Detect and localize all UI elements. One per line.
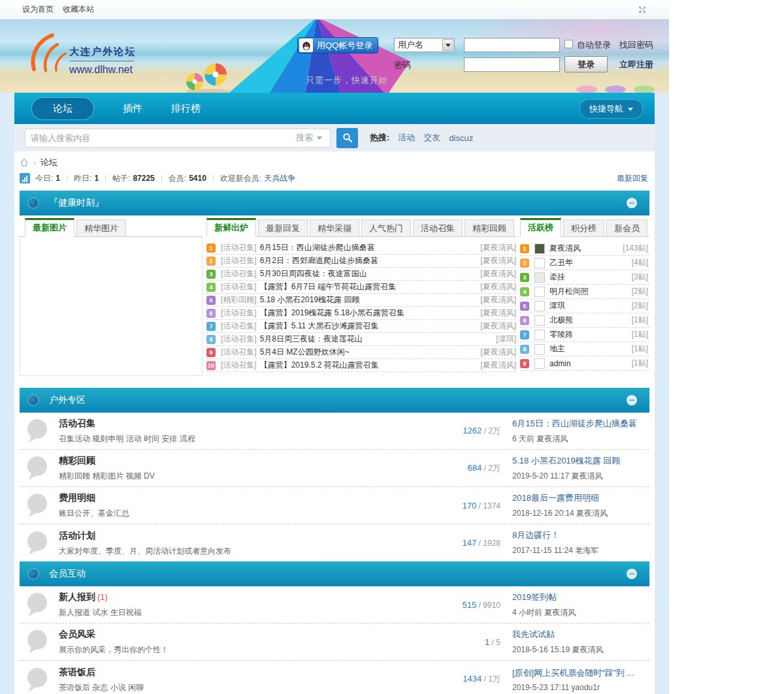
thread-author-link[interactable]: [夏夜清风] [480, 347, 516, 358]
thread-tag[interactable]: [活动召集] [221, 308, 257, 319]
register-link[interactable]: 立即注册 [619, 59, 653, 71]
hot-search-link-3[interactable]: discuz [449, 133, 473, 143]
forum-title-link[interactable]: 会员风采 [59, 629, 95, 639]
image-slideshow-area[interactable] [20, 237, 203, 376]
last-post-user-link[interactable]: yaodu1r [572, 683, 600, 692]
thread-tag[interactable]: [活动召集] [221, 321, 257, 332]
thread-title-link[interactable]: 5月8日周三夜徒：夜途莲花山 [260, 334, 493, 345]
last-post-title-link[interactable]: 我先试试贴 [512, 629, 649, 640]
set-home-link[interactable]: 设为首页 [22, 4, 54, 15]
login-button[interactable]: 登录 [564, 56, 608, 72]
last-post-user-link[interactable]: 夏夜清风 [572, 645, 603, 654]
user-name-link[interactable]: 潀琪 [549, 300, 632, 311]
thread-tag[interactable]: [活动召集] [221, 255, 257, 266]
tab-active-members[interactable]: 活跃榜 [520, 218, 561, 237]
tab-featured[interactable]: 精华采撷 [310, 219, 359, 236]
last-post-user-link[interactable]: 夏夜清风 [536, 434, 568, 443]
collapse-section-button[interactable] [627, 198, 637, 208]
avatar[interactable] [534, 358, 545, 369]
thread-title-link[interactable]: 5.18 小黑石2019槐花露 回顾 [260, 294, 477, 306]
auto-login-label[interactable]: 自动登录 [577, 39, 611, 51]
tab-fresh[interactable]: 新鲜出炉 [206, 218, 256, 237]
thread-count-link[interactable]: 515 [463, 600, 477, 610]
last-post-user-link[interactable]: 夏夜清风 [544, 608, 576, 617]
user-name-link[interactable]: 乙丑年 [549, 257, 632, 268]
search-input[interactable] [25, 133, 288, 143]
user-name-link[interactable]: 明月松间照 [549, 286, 632, 297]
thread-tag[interactable]: [活动召集] [221, 334, 257, 345]
forum-title-link[interactable]: 活动召集 [59, 418, 95, 428]
thread-tag[interactable]: [活动召集] [221, 347, 257, 358]
nav-tab-forum[interactable]: 论坛 [31, 97, 94, 120]
thread-tag[interactable]: [精彩回顾] [221, 294, 257, 306]
tab-new-members[interactable]: 新会员 [606, 219, 647, 236]
thread-author-link[interactable]: [夏夜清风] [480, 255, 516, 266]
thread-author-link[interactable]: [夏夜清风] [480, 281, 516, 292]
breadcrumb-forum-link[interactable]: 论坛 [41, 157, 57, 168]
thread-title-link[interactable]: 【露营】2019.5.2 荷花山露营召集 [260, 360, 477, 371]
thread-tag[interactable]: [活动召集] [221, 360, 257, 371]
thread-title-link[interactable]: 5月4日 MZ公园野炊休闲~ [260, 347, 477, 358]
thread-title-link[interactable]: 5月30日周四夜徒：夜途富国山 [260, 268, 477, 279]
thread-title-link[interactable]: 6月15日：西山湖徒步爬山摘桑葚 [260, 242, 477, 253]
thread-author-link[interactable]: [夏夜清风] [480, 321, 516, 332]
thread-author-link[interactable]: [夏夜清风] [480, 360, 516, 371]
login-type-select[interactable]: 用户名 [394, 38, 455, 52]
last-post-title-link[interactable]: 2018最后一露费用明细 [512, 492, 649, 504]
nav-tab-plugins[interactable]: 插件 [123, 103, 142, 115]
qq-login-button[interactable]: 用QQ帐号登录 [297, 37, 378, 54]
latest-reply-link[interactable]: 最新回复 [617, 173, 648, 184]
forum-title-link[interactable]: 精彩回顾 [59, 455, 95, 465]
last-post-user-link[interactable]: 老海军 [575, 546, 598, 555]
last-post-title-link[interactable]: 8月边疆行！ [512, 529, 649, 541]
thread-count-link[interactable]: 1262 [463, 426, 482, 435]
forum-title-link[interactable]: 活动计划 [59, 530, 95, 541]
last-post-title-link[interactable]: 2019签到帖 [512, 591, 649, 603]
avatar[interactable] [534, 344, 545, 355]
thread-author-link[interactable]: [潀琪] [496, 334, 516, 345]
thread-title-link[interactable]: 6月2日：西郊廊道爬山徒步摘桑葚 [260, 255, 477, 266]
last-post-title-link[interactable]: 6月15日：西山湖徒步爬山摘桑葚 [512, 418, 649, 430]
nav-tab-ranking[interactable]: 排行榜 [171, 103, 201, 115]
tab-featured-images[interactable]: 精华图片 [76, 219, 126, 236]
thread-author-link[interactable]: [夏夜清风] [480, 268, 516, 279]
thread-title-link[interactable]: 【露营】2019槐花露 5.18小黑石露营召集 [260, 308, 477, 319]
last-post-title-link[interactable]: 5.18 小黑石2019槐花露 回顾 [512, 455, 649, 467]
thread-author-link[interactable]: [夏夜清风] [480, 242, 516, 253]
hot-search-link-1[interactable]: 活动 [398, 132, 415, 144]
tab-points[interactable]: 积分榜 [563, 219, 604, 236]
hot-search-link-2[interactable]: 交友 [423, 132, 440, 144]
thread-count-link[interactable]: 1434 [463, 674, 482, 684]
avatar[interactable] [534, 244, 545, 254]
thread-count-link[interactable]: 170 [463, 501, 477, 511]
thread-tag[interactable]: [活动召集] [221, 242, 257, 253]
tab-latest-images[interactable]: 最新图片 [25, 218, 74, 237]
tab-activity[interactable]: 活动召集 [413, 219, 463, 236]
thread-author-link[interactable]: [夏夜清风] [480, 308, 516, 319]
thread-tag[interactable]: [活动召集] [221, 281, 257, 292]
thread-title-link[interactable]: 【露营】5.11 大黑石沙滩露营召集 [260, 321, 477, 332]
tab-review[interactable]: 精彩回顾 [465, 219, 514, 236]
home-icon[interactable] [20, 158, 29, 167]
thread-tag[interactable]: [活动召集] [221, 268, 257, 279]
user-name-link[interactable]: 北极熊 [549, 315, 632, 326]
expand-icon[interactable] [638, 5, 647, 14]
forum-title-link[interactable]: 费用明细 [59, 492, 95, 503]
avatar[interactable] [534, 330, 545, 340]
password-input[interactable] [464, 57, 560, 72]
avatar[interactable] [534, 315, 545, 326]
tab-popular[interactable]: 人气热门 [361, 219, 411, 236]
quick-nav-button[interactable]: 快捷导航 [580, 99, 643, 119]
auto-login-checkbox[interactable] [564, 40, 573, 48]
user-name-link[interactable]: admin [549, 359, 632, 368]
user-name-link[interactable]: 牵挂 [549, 272, 632, 283]
avatar[interactable] [534, 272, 545, 283]
search-button[interactable] [336, 128, 358, 148]
thread-count-link[interactable]: 1 [485, 637, 489, 647]
bookmark-link[interactable]: 收藏本站 [63, 4, 94, 15]
thread-count-link[interactable]: 684 [468, 463, 482, 473]
user-name-link[interactable]: 零陵路 [549, 329, 632, 340]
thread-count-link[interactable]: 147 [463, 538, 477, 548]
thread-author-link[interactable]: [夏夜清风] [480, 294, 516, 306]
username-input[interactable] [464, 38, 560, 52]
